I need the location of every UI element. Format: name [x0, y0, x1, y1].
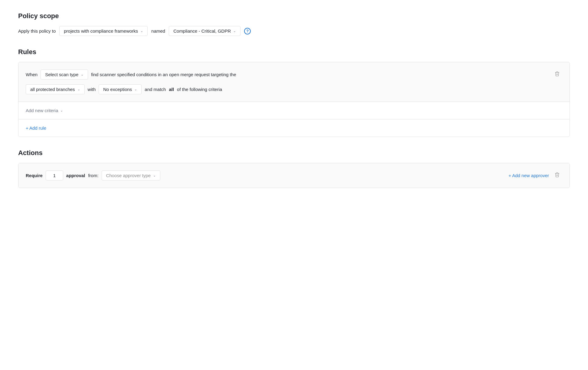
framework-dropdown[interactable]: Compliance - Critical, GDPR ⌄	[169, 26, 240, 36]
framework-dropdown-value: Compliance - Critical, GDPR	[173, 28, 231, 34]
add-criteria-label: Add new criteria	[26, 108, 58, 113]
add-approver-label: + Add new approver	[508, 173, 549, 178]
branch-dropdown-chevron-icon: ⌄	[77, 87, 80, 91]
add-rule-label: + Add rule	[26, 125, 46, 131]
scope-dropdown-chevron-icon: ⌄	[140, 29, 143, 33]
scope-dropdown[interactable]: projects with compliance frameworks ⌄	[59, 26, 148, 36]
delete-action-button[interactable]	[552, 171, 562, 180]
delete-rule-button[interactable]	[552, 70, 562, 79]
add-rule-section: + Add rule	[18, 119, 570, 137]
add-criteria-button[interactable]: Add new criteria ⌄	[26, 108, 63, 113]
help-icon[interactable]: ?	[244, 28, 251, 34]
branch-dropdown-value: all protected branches	[30, 87, 75, 92]
apply-label: Apply this policy to	[18, 28, 56, 34]
named-label: named	[151, 28, 165, 34]
with-label: with	[88, 87, 96, 92]
actions-title: Actions	[18, 149, 570, 157]
exceptions-dropdown[interactable]: No exceptions ⌄	[99, 84, 142, 94]
approver-type-placeholder: Choose approver type	[106, 173, 151, 178]
branch-dropdown[interactable]: all protected branches ⌄	[26, 84, 85, 94]
rules-section: Rules When Select scan type ⌄ find scann…	[18, 48, 570, 137]
scope-dropdown-value: projects with compliance frameworks	[64, 28, 138, 34]
scan-type-value: Select scan type	[45, 72, 78, 77]
framework-dropdown-chevron-icon: ⌄	[233, 29, 236, 33]
approver-type-dropdown[interactable]: Choose approver type ⌄	[102, 170, 161, 180]
policy-scope-section: Policy scope Apply this policy to projec…	[18, 12, 570, 36]
action-row: Require 1 approval from: Choose approver…	[26, 170, 562, 180]
following-text: of the following criteria	[177, 87, 222, 92]
rules-container: When Select scan type ⌄ find scanner spe…	[18, 62, 570, 137]
actions-section: Actions Require 1 approval from: Choose …	[18, 149, 570, 188]
and-match-text: and match	[145, 87, 166, 92]
action-trash-icon	[554, 172, 560, 177]
action-card: Require 1 approval from: Choose approver…	[18, 163, 570, 188]
exceptions-chevron-icon: ⌄	[134, 87, 137, 91]
add-rule-button[interactable]: + Add rule	[26, 125, 46, 131]
scan-type-chevron-icon: ⌄	[81, 73, 83, 76]
rule-card: When Select scan type ⌄ find scanner spe…	[18, 62, 570, 102]
exceptions-value: No exceptions	[103, 87, 132, 92]
scan-type-dropdown[interactable]: Select scan type ⌄	[41, 70, 88, 80]
require-label: Require	[26, 173, 43, 178]
all-bold-text: all	[169, 87, 174, 92]
policy-scope-title: Policy scope	[18, 12, 570, 20]
approver-type-chevron-icon: ⌄	[153, 174, 156, 177]
when-label: When	[26, 72, 38, 77]
add-criteria-section: Add new criteria ⌄	[18, 102, 570, 119]
trash-icon	[554, 71, 560, 76]
add-approver-button[interactable]: + Add new approver	[508, 173, 549, 178]
actions-container: Require 1 approval from: Choose approver…	[18, 163, 570, 188]
from-label: from:	[88, 173, 98, 178]
add-criteria-chevron-icon: ⌄	[60, 109, 63, 112]
approval-count-input[interactable]: 1	[46, 170, 63, 180]
rule-first-row: When Select scan type ⌄ find scanner spe…	[26, 70, 562, 80]
middle-rule-text: find scanner specified conditions in an …	[91, 72, 236, 77]
rule-second-row: all protected branches ⌄ with No excepti…	[26, 84, 562, 94]
policy-scope-row: Apply this policy to projects with compl…	[18, 26, 570, 36]
approval-label: approval	[66, 173, 85, 178]
rules-title: Rules	[18, 48, 570, 56]
